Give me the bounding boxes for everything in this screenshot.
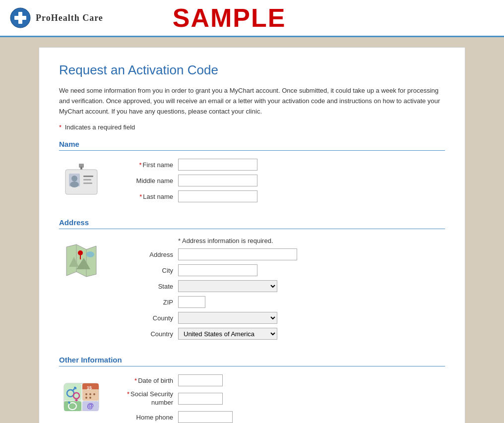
svg-point-17	[86, 251, 94, 257]
address-label: Address	[114, 251, 178, 258]
svg-rect-9	[83, 176, 93, 177]
header: ProHealth Care SAMPLE	[0, 0, 504, 37]
svg-rect-2	[14, 16, 26, 20]
map-icon	[62, 242, 101, 279]
address-required-msg-row: * Address information is required.	[114, 237, 445, 244]
other-section-block: 15 @	[59, 374, 445, 423]
svg-point-34	[89, 393, 91, 395]
phone-label: Home phone	[114, 414, 178, 421]
state-select[interactable]: Alabama Alaska Arizona Wisconsin	[178, 280, 277, 292]
ssn-label: *Social Security number	[114, 390, 178, 407]
zip-input[interactable]	[178, 296, 205, 308]
dob-input[interactable]	[178, 374, 223, 386]
svg-rect-10	[83, 179, 91, 181]
middle-name-label: Middle name	[114, 177, 178, 184]
other-section-header: Other Information	[59, 356, 445, 366]
prohealth-logo-icon	[10, 7, 31, 28]
address-fields: * Address information is required. Addre…	[114, 237, 445, 344]
country-select[interactable]: United States of America Canada Mexico	[178, 328, 277, 340]
middle-name-input[interactable]	[178, 175, 257, 186]
other-fields: *Date of birth *Social Security number H…	[114, 374, 445, 423]
sample-watermark: SAMPLE	[173, 3, 286, 33]
svg-point-35	[93, 393, 95, 395]
logo-area: ProHealth Care	[10, 7, 103, 28]
page-title: Request an Activation Code	[59, 62, 445, 78]
phone-row: Home phone	[114, 411, 445, 423]
phone-input[interactable]	[178, 411, 233, 423]
svg-marker-12	[66, 244, 96, 277]
name-section-block: *First name Middle name *Last name	[59, 159, 445, 206]
last-name-label: *Last name	[114, 193, 178, 200]
address-icon-area	[59, 237, 104, 344]
county-select[interactable]	[178, 312, 277, 324]
middle-name-row: Middle name	[114, 175, 445, 186]
svg-point-33	[85, 393, 87, 395]
svg-point-36	[85, 397, 87, 399]
required-star: *	[59, 123, 62, 131]
first-name-label: *First name	[114, 161, 178, 169]
zip-label: ZIP	[114, 299, 178, 306]
last-name-input[interactable]	[178, 190, 257, 202]
address-required-msg: * Address information is required.	[178, 237, 273, 244]
county-label: County	[114, 314, 178, 322]
address-section-header: Address	[59, 218, 445, 229]
svg-point-7	[71, 176, 77, 181]
state-label: State	[114, 283, 178, 290]
name-fields: *First name Middle name *Last name	[114, 159, 445, 206]
logo-text: ProHealth Care	[36, 13, 103, 23]
name-section-header: Name	[59, 140, 445, 151]
first-name-row: *First name	[114, 159, 445, 171]
ssn-row: *Social Security number	[114, 390, 445, 407]
name-icon-area	[59, 159, 104, 206]
dob-label: *Date of birth	[114, 377, 178, 384]
svg-text:@: @	[87, 402, 94, 410]
city-label: City	[114, 267, 178, 274]
svg-rect-11	[83, 182, 92, 184]
city-input[interactable]	[178, 264, 257, 276]
other-icon-area: 15 @	[59, 374, 104, 423]
required-note: * Indicates a required field	[59, 123, 445, 131]
ssn-input[interactable]	[178, 393, 223, 405]
state-row: State Alabama Alaska Arizona Wisconsin	[114, 280, 445, 292]
city-row: City	[114, 264, 445, 276]
contacts-icon: 15 @	[62, 379, 101, 414]
id-card-icon	[62, 164, 101, 198]
country-label: Country	[114, 330, 178, 338]
address-section-block: * Address information is required. Addre…	[59, 237, 445, 344]
intro-text: We need some information from you in ord…	[59, 86, 445, 117]
svg-point-8	[70, 181, 79, 187]
county-row: County	[114, 312, 445, 324]
main-wrapper: Request an Activation Code We need some …	[0, 37, 504, 423]
first-name-input[interactable]	[178, 159, 257, 171]
address-input[interactable]	[178, 248, 297, 260]
svg-point-37	[89, 397, 91, 399]
svg-rect-4	[80, 167, 82, 170]
form-card: Request an Activation Code We need some …	[39, 47, 465, 423]
svg-text:15: 15	[87, 385, 92, 390]
zip-row: ZIP	[114, 296, 445, 308]
svg-point-18	[78, 250, 83, 255]
last-name-row: *Last name	[114, 190, 445, 202]
country-row: Country United States of America Canada …	[114, 328, 445, 340]
dob-row: *Date of birth	[114, 374, 445, 386]
address-row: Address	[114, 248, 445, 260]
